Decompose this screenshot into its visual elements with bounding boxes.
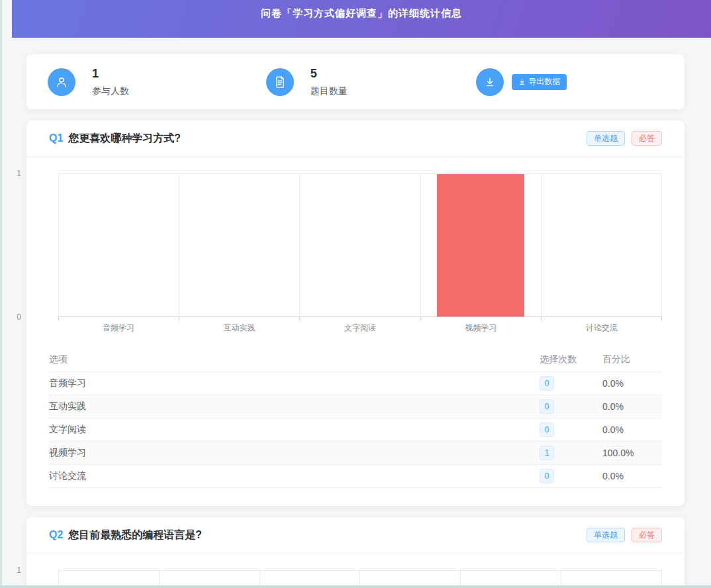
header-percent: 百分比 <box>602 354 662 366</box>
q2-type-tag: 单选题 <box>587 528 625 542</box>
axis-tick <box>299 317 420 320</box>
header-count: 选择次数 <box>540 354 602 366</box>
axis-tick <box>179 317 299 320</box>
q1-header: Q1 您更喜欢哪种学习方式? 单选题 必答 <box>26 121 685 157</box>
chart-column <box>420 174 541 317</box>
count-badge: 0 <box>540 469 554 483</box>
question-card-q1: Q1 您更喜欢哪种学习方式? 单选题 必答 1 0 音频学习互动实践文字阅读视频… <box>26 121 685 506</box>
option-label: 互动实践 <box>49 401 540 413</box>
main-content: 1 参与人数 5 题目数量 <box>26 54 685 588</box>
page-title: 问卷「学习方式偏好调查」的详细统计信息 <box>261 7 462 19</box>
chart-column <box>299 174 420 317</box>
q2-title: 您目前最熟悉的编程语言是? <box>68 528 580 542</box>
q1-type-tag: 单选题 <box>587 131 625 146</box>
header-option: 选项 <box>49 354 540 366</box>
count-badge: 0 <box>540 399 554 414</box>
count-badge: 0 <box>540 376 554 391</box>
q1-plot-area <box>58 173 662 317</box>
table-row: 音频学习 0 0.0% <box>49 372 662 395</box>
percent-value: 0.0% <box>602 424 662 435</box>
category-label: 文字阅读 <box>300 322 420 334</box>
q1-ytick-min: 0 <box>17 313 21 321</box>
q2-chart: 1 0 <box>26 554 685 588</box>
axis-tick <box>541 317 661 320</box>
table-row: 文字阅读 0 0.0% <box>49 418 662 442</box>
option-label: 音频学习 <box>49 377 540 389</box>
count-cell: 0 <box>540 469 602 483</box>
table-header-row: 选项 选择次数 百分比 <box>49 347 662 372</box>
percent-value: 100.0% <box>602 448 662 458</box>
question-count-text: 5 题目数量 <box>310 67 348 97</box>
table-row: 讨论交流 0 0.0% <box>49 465 662 488</box>
participants-value: 1 <box>92 67 129 81</box>
count-cell: 0 <box>540 422 602 437</box>
count-cell: 1 <box>540 446 602 460</box>
category-label: 互动实践 <box>179 322 299 334</box>
chart-bar-视频学习 <box>437 174 524 317</box>
participants-label: 参与人数 <box>92 85 129 97</box>
question-card-q2: Q2 您目前最熟悉的编程语言是? 单选题 必答 1 0 <box>26 517 685 588</box>
export-group: 导出数据 <box>474 68 685 96</box>
q2-required-tag: 必答 <box>632 528 662 542</box>
percent-value: 0.0% <box>602 401 662 412</box>
percent-value: 0.0% <box>602 471 662 481</box>
export-data-button[interactable]: 导出数据 <box>512 74 567 90</box>
q1-number: Q1 <box>49 132 63 144</box>
export-button-label: 导出数据 <box>528 76 560 87</box>
window-edge-left <box>0 0 2 588</box>
window-edge-bottom <box>0 585 711 588</box>
stats-summary-card: 1 参与人数 5 题目数量 <box>26 54 685 109</box>
document-icon <box>266 68 294 96</box>
count-cell: 0 <box>540 399 602 414</box>
option-label: 文字阅读 <box>49 424 540 436</box>
option-label: 讨论交流 <box>49 470 540 482</box>
axis-tick <box>420 317 541 320</box>
table-body: 音频学习 0 0.0% 互动实践 0 0.0% 文字阅读 0 0.0% 视频学习… <box>49 372 662 488</box>
user-icon <box>48 68 75 96</box>
question-count-stat: 5 题目数量 <box>256 67 475 97</box>
axis-tick <box>58 317 179 320</box>
chart-column <box>179 174 299 317</box>
count-badge: 1 <box>540 446 554 460</box>
q2-number: Q2 <box>49 529 63 541</box>
participants-text: 1 参与人数 <box>92 67 129 97</box>
page-header: 问卷「学习方式偏好调查」的详细统计信息 <box>12 0 711 38</box>
q1-category-labels: 音频学习互动实践文字阅读视频学习讨论交流 <box>58 320 662 334</box>
count-badge: 0 <box>540 422 554 437</box>
category-label: 讨论交流 <box>542 322 662 334</box>
download-icon[interactable] <box>476 68 504 96</box>
q1-chart: 1 0 音频学习互动实践文字阅读视频学习讨论交流 <box>26 157 685 334</box>
count-cell: 0 <box>540 376 602 391</box>
participants-stat: 1 参与人数 <box>26 67 256 97</box>
question-count-label: 题目数量 <box>310 85 348 97</box>
chart-column <box>541 174 661 317</box>
option-label: 视频学习 <box>49 447 540 459</box>
category-label: 视频学习 <box>420 322 541 334</box>
q1-ytick-max: 1 <box>17 170 21 177</box>
percent-value: 0.0% <box>602 378 662 389</box>
category-label: 音频学习 <box>58 322 179 334</box>
chart-column <box>58 174 179 317</box>
question-count-value: 5 <box>310 67 348 81</box>
q2-ytick-max: 1 <box>17 566 21 574</box>
download-icon-small <box>518 78 526 85</box>
q1-results-table: 选项 选择次数 百分比 音频学习 0 0.0% 互动实践 0 0.0% 文字阅读… <box>49 347 662 488</box>
q1-axis-ticks <box>58 317 662 320</box>
table-row: 视频学习 1 100.0% <box>49 442 662 465</box>
q2-header: Q2 您目前最熟悉的编程语言是? 单选题 必答 <box>26 517 685 554</box>
q1-title: 您更喜欢哪种学习方式? <box>68 132 580 146</box>
q1-required-tag: 必答 <box>632 131 662 146</box>
table-row: 互动实践 0 0.0% <box>49 395 662 418</box>
